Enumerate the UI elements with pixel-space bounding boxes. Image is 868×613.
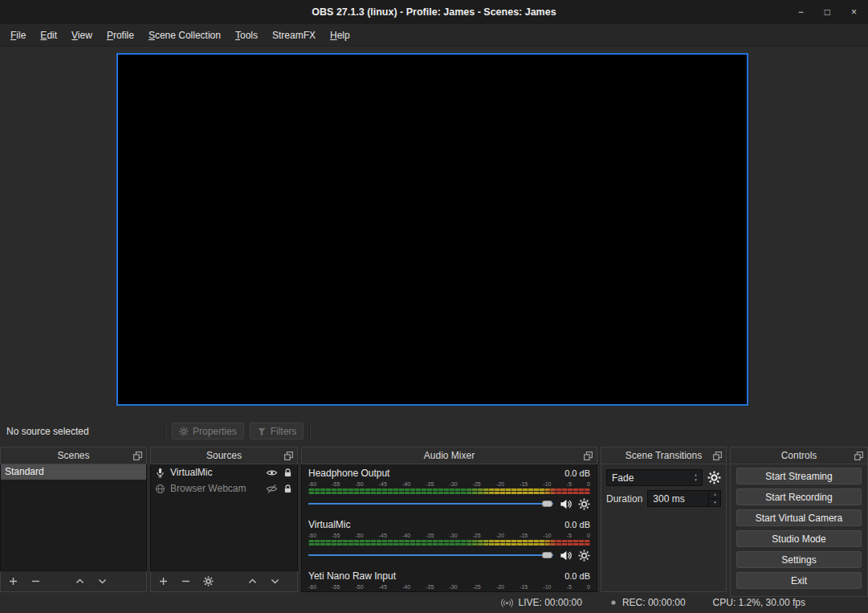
volume-slider[interactable]	[308, 497, 553, 510]
transition-gear-button[interactable]	[707, 471, 721, 484]
cpu-fps-text: CPU: 1.2%, 30.00 fps	[713, 597, 805, 608]
menu-scene-collection[interactable]: Scene Collection	[141, 26, 228, 45]
gear-icon[interactable]	[578, 498, 590, 510]
duration-spinbox[interactable]: 300 ms	[647, 490, 721, 507]
combo-spinner[interactable]	[690, 470, 702, 485]
speaker-icon[interactable]	[560, 498, 572, 510]
source-up-button[interactable]	[247, 576, 258, 586]
transition-select[interactable]: Fade	[606, 469, 703, 486]
duration-row: Duration 300 ms	[606, 490, 721, 507]
menu-file[interactable]: File	[3, 26, 33, 45]
lock-icon[interactable]	[283, 468, 293, 478]
visibility-eye-off-icon[interactable]	[266, 483, 278, 495]
slider-track	[308, 554, 553, 556]
menu-tools[interactable]: Tools	[228, 26, 265, 45]
source-properties-gear-button[interactable]	[203, 576, 214, 586]
tick-label: -25	[473, 480, 481, 488]
popout-icon[interactable]	[583, 451, 593, 461]
titlebar[interactable]: OBS 27.1.3 (linux) - Profile: James - Sc…	[0, 0, 868, 24]
volume-meter	[308, 591, 590, 592]
spin-up-button[interactable]	[709, 491, 720, 499]
minimize-button[interactable]: −	[798, 6, 804, 18]
tick-label: -20	[496, 480, 504, 488]
scenes-toolbar	[0, 571, 147, 592]
transition-value: Fade	[612, 472, 634, 484]
popout-icon[interactable]	[132, 451, 143, 461]
source-item-browser-webcam[interactable]: Browser Webcam	[151, 480, 297, 497]
studio-mode-button[interactable]: Studio Mode	[736, 530, 862, 547]
toolbar-separator	[309, 424, 311, 439]
tick-label: -5	[567, 532, 572, 539]
source-item-virtualmic[interactable]: VirtualMic	[151, 464, 297, 480]
remove-scene-button[interactable]	[31, 576, 41, 586]
menu-streamfx[interactable]: StreamFX	[265, 26, 323, 45]
menu-view[interactable]: View	[64, 26, 100, 45]
tick-label: -40	[402, 532, 410, 539]
visibility-eye-icon[interactable]	[266, 467, 278, 479]
menu-help[interactable]: Help	[323, 26, 357, 45]
tick-label: -25	[473, 532, 481, 539]
popout-icon[interactable]	[712, 451, 723, 461]
tick-label: -60	[308, 480, 316, 488]
volume-row	[308, 497, 590, 510]
tick-label: -5	[567, 583, 572, 591]
tick-label: -10	[543, 583, 551, 591]
remove-source-button[interactable]	[181, 576, 191, 586]
slider-handle[interactable]	[542, 501, 552, 507]
exit-button[interactable]: Exit	[736, 572, 862, 589]
no-source-selected-label: No source selected	[6, 426, 159, 437]
maximize-button[interactable]: □	[825, 6, 830, 18]
spin-down-button[interactable]	[709, 499, 720, 506]
tick-label: -40	[402, 583, 410, 591]
source-name: VirtualMic	[170, 467, 261, 478]
filter-icon	[257, 427, 267, 436]
tick-label: -20	[496, 532, 504, 539]
start-virtual-camera-button[interactable]: Start Virtual Camera	[736, 509, 862, 526]
filters-button[interactable]: Filters	[250, 423, 304, 439]
start-streaming-button[interactable]: Start Streaming	[736, 468, 862, 484]
tick-label: -45	[379, 532, 387, 539]
scene-down-button[interactable]	[97, 576, 108, 586]
sources-header: Sources	[150, 447, 298, 464]
tick-label: -10	[543, 532, 551, 539]
menu-profile[interactable]: Profile	[100, 26, 141, 45]
scenes-list: Standard	[0, 464, 147, 571]
tick-label: -20	[496, 583, 504, 591]
start-recording-button[interactable]: Start Recording	[736, 488, 862, 505]
tick-label: -15	[520, 583, 528, 591]
volume-row	[308, 549, 590, 562]
volume-slider[interactable]	[308, 549, 553, 562]
settings-button[interactable]: Settings	[736, 551, 862, 568]
scenes-panel: Scenes Standard	[0, 447, 147, 592]
triangle-up-icon	[712, 492, 718, 497]
speaker-icon[interactable]	[560, 550, 572, 562]
popout-icon[interactable]	[854, 451, 864, 461]
tick-label: 0	[587, 532, 590, 539]
menu-edit[interactable]: Edit	[33, 26, 64, 45]
lock-icon[interactable]	[283, 484, 293, 494]
tick-label: -50	[355, 480, 363, 488]
sources-toolbar	[150, 571, 298, 592]
add-source-button[interactable]	[158, 576, 169, 586]
scenes-title: Scenes	[57, 450, 89, 461]
microphone-icon	[155, 468, 165, 478]
add-scene-button[interactable]	[8, 576, 18, 586]
source-down-button[interactable]	[270, 576, 280, 586]
scene-up-button[interactable]	[75, 576, 85, 586]
slider-handle[interactable]	[542, 552, 552, 558]
tick-label: -50	[355, 583, 363, 591]
popout-icon[interactable]	[283, 451, 294, 461]
preview-canvas[interactable]	[116, 53, 748, 406]
tick-label: -35	[426, 480, 434, 488]
scene-item-standard[interactable]: Standard	[1, 464, 146, 480]
rec-status: REC: 00:00:00	[609, 597, 686, 608]
scene-transitions-title: Scene Transitions	[626, 450, 702, 461]
gear-icon[interactable]	[578, 550, 590, 562]
gear-icon	[179, 427, 189, 436]
menubar: File Edit View Profile Scene Collection …	[0, 24, 868, 47]
meter-scale: -60-55-50-45-40-35-30-25-20-15-10-50	[308, 532, 590, 539]
properties-button[interactable]: Properties	[172, 423, 244, 439]
close-button[interactable]: ×	[851, 6, 857, 18]
tick-label: -30	[449, 480, 457, 488]
controls-panel: Controls Start Streaming Start Recording…	[730, 447, 868, 592]
